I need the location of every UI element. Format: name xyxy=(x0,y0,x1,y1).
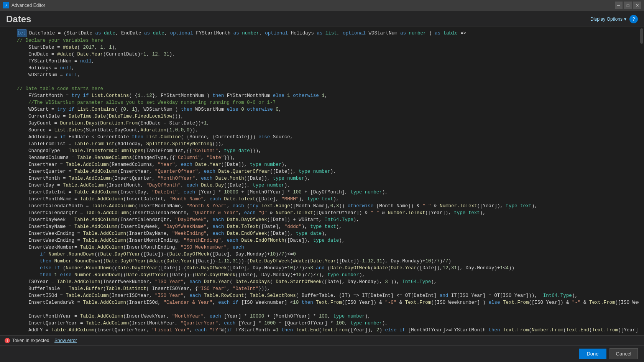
code-line-45: AddFQ = Table.AddColumn(AddFY, "Fiscal Q… xyxy=(0,334,639,335)
code-line-40: InsertCalendarWk = Table.AddColumn(Inser… xyxy=(0,299,639,306)
error-icon: ! xyxy=(5,338,10,343)
code-line-37: ISOYear = Table.AddColumn(InsertWeekNumb… xyxy=(0,278,639,285)
code-line-44: AddFY = Table.AddColumn(InsertQuarterYea… xyxy=(0,327,639,334)
minimize-button[interactable]: ─ xyxy=(615,2,623,9)
bottom-action-bar: Done Cancel xyxy=(0,345,644,362)
code-line-28: InsertDayWeek = Table.AddColumn(InsertCa… xyxy=(0,216,639,223)
error-message: Token in expected. xyxy=(12,338,51,343)
code-line-25: InsertMonthName = Table.AddColumn(Insert… xyxy=(0,196,639,203)
editor-header: Dates Display Options ▾ ? xyxy=(0,11,644,26)
code-line-27: InsertCalendarQtr = Table.AddColumn(Inse… xyxy=(0,210,639,216)
code-line-36: then 1 else Number.RoundDown((Date.DayOf… xyxy=(0,272,639,278)
code-line-23: InsertDay = Table.AddColumn(InsertMonth,… xyxy=(0,182,639,189)
code-line-4: EndDate = #date( Date.Year(CurrentDate)+… xyxy=(0,51,639,58)
code-line-15: Source = List.Dates(StartDate,DayCount,#… xyxy=(0,127,639,134)
code-line-38: BufferTable = Table.Buffer(Table.Distinc… xyxy=(0,285,639,292)
line-number-2 xyxy=(0,37,15,44)
code-line-42: InsertMonthYear = Table.AddColumn(Insert… xyxy=(0,313,639,320)
code-line-43: InsertQuarterYear = Table.AddColumn(Inse… xyxy=(0,320,639,327)
code-line-13: CurrentDate = DateTime.Date(DateTime.Fix… xyxy=(0,113,639,120)
close-button[interactable]: ✕ xyxy=(633,2,641,9)
display-options-label: Display Options xyxy=(590,16,623,22)
chevron-down-icon: ▾ xyxy=(624,16,626,22)
code-line-19: RenamedColumns = Table.RenameColumns(Cha… xyxy=(0,154,639,161)
line-content-2: // Declare your variables here xyxy=(15,37,639,44)
code-line-16: AddToday = if EndDate < CurrentDate then… xyxy=(0,134,639,141)
code-line-1: let DateTable = (StartDate as date, EndD… xyxy=(0,29,639,37)
code-line-7: WDStartNum = null, xyxy=(0,72,639,79)
header-right: Display Options ▾ ? xyxy=(590,15,638,23)
code-line-17: TableFromList = Table.FromList(AddToday,… xyxy=(0,141,639,147)
code-line-34: then Number.RoundDown((Date.DayOfYear(#d… xyxy=(0,258,639,265)
title-bar-left: ⚡ Advanced Editor xyxy=(3,2,45,8)
cancel-button[interactable]: Cancel xyxy=(610,348,638,359)
code-line-24: InsertDateInt = Table.AddColumn(InsertDa… xyxy=(0,189,639,196)
line-content-1: let DateTable = (StartDate as date, EndD… xyxy=(15,29,639,37)
status-bar: ! Token in expected. Show error xyxy=(0,335,644,345)
code-line-39: InsertISOd = Table.AddColumn(InsertISOYe… xyxy=(0,292,639,299)
code-line-33: if Number.RoundDown((Date.DayOfYear([Dat… xyxy=(0,251,639,258)
code-line-9: // Date table code starts here xyxy=(0,85,639,92)
window-controls: ─ □ ✕ xyxy=(615,2,641,9)
code-editor[interactable]: let DateTable = (StartDate as date, EndD… xyxy=(0,26,639,335)
title-bar: ⚡ Advanced Editor ─ □ ✕ xyxy=(0,0,644,11)
code-line-11: //The WDStartNum parameter allows you to… xyxy=(0,99,639,106)
code-line-5: FYStartMonthNum = null, xyxy=(0,58,639,65)
code-line-26: InsertCalendarMonth = Table.AddColumn(In… xyxy=(0,203,639,210)
code-line-14: DayCount = Duration.Days(Duration.From(E… xyxy=(0,120,639,127)
advanced-editor-window: ⚡ Advanced Editor ─ □ ✕ Dates Display Op… xyxy=(0,0,644,362)
maximize-button[interactable]: □ xyxy=(624,2,632,9)
editor-container: let DateTable = (StartDate as date, EndD… xyxy=(0,26,644,335)
code-line-41 xyxy=(0,306,639,313)
code-line-32: InsertWeekNumber= Table.AddColumn(Insert… xyxy=(0,244,639,251)
code-line-6: Holidays = null, xyxy=(0,65,639,72)
code-line-31: InsertWeekEnding = Table.AddColumn(Inser… xyxy=(0,237,639,244)
code-line-10: FYStartMonth = try if List.Contains( {1.… xyxy=(0,92,639,99)
code-line-21: InsertQuarter = Table.AddColumn(InsertYe… xyxy=(0,168,639,175)
page-title: Dates xyxy=(6,14,31,25)
help-button[interactable]: ? xyxy=(629,15,638,23)
code-line-18: ChangedType = Table.TransformColumnTypes… xyxy=(0,147,639,154)
done-button[interactable]: Done xyxy=(579,349,606,359)
code-line-29: InsertDayName = Table.AddColumn(InsertDa… xyxy=(0,223,639,230)
scrollbar-right[interactable] xyxy=(639,26,644,335)
status-error: ! Token in expected. Show error xyxy=(5,338,77,343)
code-line-22: InsertMonth = Table.AddColumn(InsertQuar… xyxy=(0,175,639,182)
line-number-1 xyxy=(0,29,15,37)
code-line-3: StartDate = #date( 2017, 1, 1), xyxy=(0,44,639,51)
code-line-2: // Declare your variables here xyxy=(0,37,639,44)
window-title: Advanced Editor xyxy=(12,3,45,8)
display-options-button[interactable]: Display Options ▾ xyxy=(590,16,626,22)
code-line-35: else if (Number.RoundDown((Date.DayOfYea… xyxy=(0,265,639,272)
show-error-link[interactable]: Show error xyxy=(54,338,77,343)
code-line-8 xyxy=(0,79,639,85)
code-line-20: InsertYear = Table.AddColumn(RenamedColu… xyxy=(0,161,639,168)
code-line-12: WDStart = try if List.Contains( {0, 1}, … xyxy=(0,106,639,113)
code-line-30: InsertWeekEnding = Table.AddColumn(Inser… xyxy=(0,230,639,237)
scrollbar-thumb[interactable] xyxy=(640,28,643,44)
app-icon: ⚡ xyxy=(3,2,9,8)
